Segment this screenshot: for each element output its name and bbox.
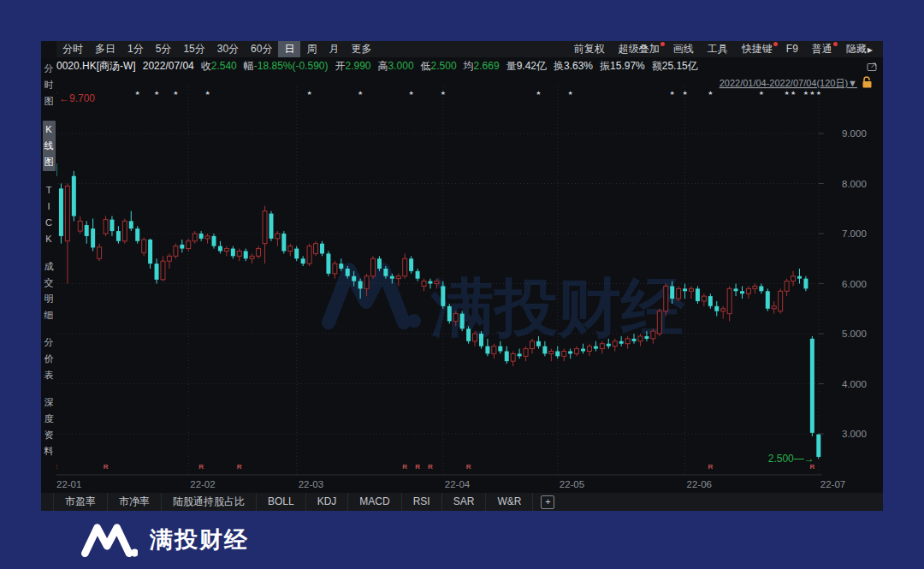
- indicator-tabs: 市盈率市净率陆股通持股占比BOLLKDJMACDRSISARW&R: [53, 493, 533, 511]
- stat-value: 25.15亿: [662, 60, 698, 72]
- period-tab-15分[interactable]: 15分: [177, 41, 210, 57]
- svg-text:22-07: 22-07: [820, 479, 845, 489]
- period-tab-月[interactable]: 月: [323, 41, 345, 57]
- svg-text:★: ★: [56, 90, 57, 96]
- svg-text:R: R: [402, 463, 407, 471]
- indicator-tab-SAR[interactable]: SAR: [442, 493, 487, 511]
- watermark: 满投财经: [329, 270, 685, 343]
- sidebar-item-分价表[interactable]: 分价表: [43, 335, 56, 383]
- stat-label: 收: [201, 60, 211, 72]
- stat-label: 振: [600, 60, 610, 72]
- tool-超级叠加[interactable]: 超级叠加: [612, 41, 666, 57]
- date-range-selector[interactable]: 2022/01/04-2022/07/04(120日)▼: [720, 78, 857, 88]
- stat-量: 量9.42亿: [506, 60, 547, 72]
- svg-text:★: ★: [670, 90, 675, 96]
- indicator-tab-W&R[interactable]: W&R: [486, 493, 533, 511]
- top-toolbar: 分时多日1分5分15分30分60分日周月更多 前复权超级叠加画线工具快捷键F9普…: [41, 41, 883, 57]
- period-tab-日[interactable]: 日: [278, 41, 300, 57]
- svg-text:R: R: [466, 463, 471, 471]
- tool-快捷键[interactable]: 快捷键: [735, 41, 779, 57]
- sidebar-item-分时图[interactable]: 分时图: [43, 61, 56, 110]
- svg-text:6.000: 6.000: [842, 279, 867, 289]
- sidebar-item-成交明细[interactable]: 成交明细: [43, 258, 56, 323]
- toolbar-tools: 前复权超级叠加画线工具快捷键F9普通隐藏▶: [567, 41, 883, 57]
- add-indicator-button[interactable]: +: [541, 495, 554, 509]
- period-tab-1分[interactable]: 1分: [121, 41, 150, 57]
- svg-text:9.000: 9.000: [842, 128, 867, 139]
- notification-dot-icon: [660, 42, 665, 46]
- svg-text:★: ★: [536, 90, 541, 96]
- popout-icon[interactable]: [867, 61, 878, 72]
- svg-text:22-01: 22-01: [56, 479, 81, 489]
- high-price-annotation: ←9.700: [59, 92, 95, 104]
- sidebar-item-K线图[interactable]: K线图: [43, 121, 56, 171]
- svg-text:★: ★: [135, 90, 140, 96]
- stat-value: 3.000: [388, 60, 414, 72]
- stat-label: 低: [421, 60, 431, 72]
- period-tab-周[interactable]: 周: [300, 41, 323, 57]
- period-tab-更多[interactable]: 更多: [345, 41, 377, 57]
- period-tab-多日[interactable]: 多日: [89, 41, 121, 57]
- indicator-tab-陆股通持股占比[interactable]: 陆股通持股占比: [162, 493, 257, 511]
- stat-label: 换: [554, 60, 564, 72]
- indicator-tab-BOLL[interactable]: BOLL: [257, 493, 306, 511]
- stat-value: 9.42亿: [517, 60, 547, 72]
- r-markers: RRRRRRRRRR: [56, 463, 814, 471]
- svg-text:★: ★: [441, 90, 446, 96]
- svg-text:5.000: 5.000: [842, 329, 867, 339]
- indicator-tab-MACD[interactable]: MACD: [348, 493, 401, 511]
- svg-text:7.000: 7.000: [842, 228, 867, 239]
- stock-stats: 收2.540幅-18.85%(-0.590)开2.990高3.000低2.500…: [201, 59, 705, 74]
- svg-text:★: ★: [154, 90, 159, 96]
- stat-label: 幅: [244, 60, 254, 72]
- period-tab-30分[interactable]: 30分: [211, 41, 245, 57]
- stat-label: 额: [652, 60, 662, 72]
- svg-text:22-04: 22-04: [445, 479, 471, 489]
- svg-text:★: ★: [816, 90, 821, 96]
- sidebar-item-TICK[interactable]: TICK: [43, 182, 56, 247]
- svg-text:R: R: [428, 463, 433, 471]
- indicator-tab-KDJ[interactable]: KDJ: [306, 493, 349, 511]
- svg-text:R: R: [415, 463, 420, 471]
- svg-text:4.000: 4.000: [842, 379, 867, 389]
- svg-text:22-02: 22-02: [190, 479, 215, 489]
- stat-振: 振15.97%: [600, 60, 645, 72]
- svg-text:★: ★: [809, 90, 814, 96]
- indicator-tab-市净率[interactable]: 市净率: [108, 493, 162, 511]
- x-axis-labels: 22-0122-0222-0322-0422-0522-0622-07: [56, 479, 845, 489]
- sidebar-item-深度资料[interactable]: 深度资料: [43, 394, 56, 459]
- stat-低: 低2.500: [421, 60, 457, 72]
- trade-date: 2022/07/04: [143, 60, 194, 72]
- main-panel: 0020.HK[商汤-W] 2022/07/04 收2.540幅-18.85%(…: [56, 57, 883, 493]
- period-tab-60分[interactable]: 60分: [245, 41, 278, 57]
- stat-value: 15.97%: [610, 60, 645, 72]
- period-tab-分时[interactable]: 分时: [56, 41, 89, 57]
- svg-text:8.000: 8.000: [842, 179, 867, 189]
- lock-open-icon[interactable]: [863, 77, 872, 88]
- plus-icon: +: [545, 496, 550, 507]
- tool-普通[interactable]: 普通: [805, 41, 839, 57]
- svg-text:★: ★: [791, 90, 796, 96]
- tool-画线[interactable]: 画线: [666, 41, 701, 57]
- indicator-tab-RSI[interactable]: RSI: [402, 493, 442, 511]
- notification-dot-icon: [833, 42, 838, 46]
- stat-value: -18.85%(-0.590): [254, 60, 329, 72]
- indicator-tab-bar: 市盈率市净率陆股通持股占比BOLLKDJMACDRSISARW&R +: [41, 493, 883, 511]
- tool-F9[interactable]: F9: [779, 41, 805, 57]
- content-area: 分时图K线图TICK成交明细分价表深度资料 0020.HK[商汤-W] 2022…: [41, 57, 883, 493]
- tool-前复权[interactable]: 前复权: [567, 41, 612, 57]
- svg-text:22-06: 22-06: [687, 479, 712, 489]
- tool-隐藏[interactable]: 隐藏▶: [839, 41, 880, 58]
- indicator-tab-市盈率[interactable]: 市盈率: [53, 493, 108, 511]
- candlestick-chart: 满投财经★★★★★★★★★★★★★★★★★★★★RRRRRRRRRR22-012…: [56, 74, 883, 493]
- stat-均: 均2.669: [464, 60, 500, 72]
- period-tab-5分[interactable]: 5分: [150, 41, 178, 57]
- stock-info-bar: 0020.HK[商汤-W] 2022/07/04 收2.540幅-18.85%(…: [56, 57, 883, 74]
- stock-symbol: 0020.HK[商汤-W]: [56, 59, 136, 74]
- svg-text:★: ★: [173, 90, 178, 96]
- stat-额: 额25.15亿: [652, 60, 698, 72]
- mantou-logo-icon: [81, 519, 138, 560]
- tool-工具[interactable]: 工具: [701, 41, 735, 57]
- stat-高: 高3.000: [378, 60, 414, 72]
- stat-value: 2.990: [346, 60, 371, 72]
